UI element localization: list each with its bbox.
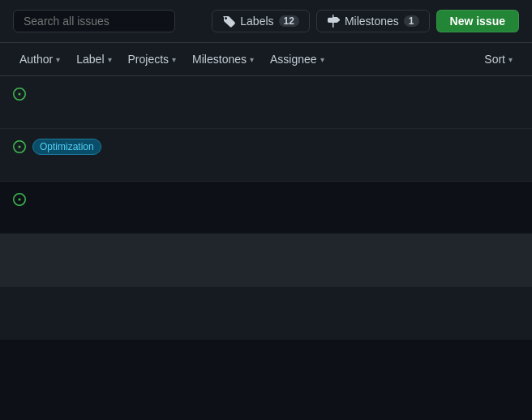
- projects-label: Projects: [128, 53, 169, 66]
- issue-row[interactable]: [0, 182, 532, 234]
- issue-row[interactable]: [0, 287, 532, 340]
- labels-button[interactable]: Labels 12: [212, 10, 310, 32]
- author-dropdown[interactable]: Author ▾: [13, 49, 66, 69]
- label-label: Label: [76, 53, 104, 66]
- issue-row[interactable]: [0, 76, 532, 129]
- assignee-dropdown[interactable]: Assignee ▾: [264, 49, 331, 69]
- search-input[interactable]: [13, 10, 175, 32]
- issue-row[interactable]: [0, 234, 532, 287]
- issue-row[interactable]: Optimization: [0, 129, 532, 182]
- issues-list: Optimization: [0, 76, 532, 340]
- issue-title-row: Optimization: [32, 139, 519, 155]
- sort-dropdown[interactable]: Sort ▾: [478, 49, 519, 69]
- assignee-chevron-icon: ▾: [320, 55, 324, 64]
- label-optimization[interactable]: Optimization: [32, 139, 101, 155]
- milestones-dropdown[interactable]: Milestones ▾: [186, 49, 260, 69]
- top-bar: Labels 12 Milestones 1 New issue: [0, 0, 532, 43]
- issue-open-icon: [13, 88, 26, 103]
- issue-open-icon: [13, 193, 26, 208]
- labels-count: 12: [279, 15, 299, 27]
- milestones-filter-label: Milestones: [192, 53, 247, 66]
- label-icon: [222, 15, 235, 28]
- author-label: Author: [19, 53, 53, 66]
- assignee-label: Assignee: [270, 53, 317, 66]
- issue-open-icon: [13, 140, 26, 156]
- milestone-icon: [327, 15, 340, 28]
- milestones-button[interactable]: Milestones 1: [316, 10, 430, 32]
- sort-label: Sort: [484, 53, 505, 66]
- sort-chevron-icon: ▾: [508, 55, 513, 64]
- label-chevron-icon: ▾: [108, 55, 112, 64]
- label-dropdown[interactable]: Label ▾: [70, 49, 118, 69]
- projects-chevron-icon: ▾: [172, 55, 176, 64]
- labels-label: Labels: [240, 15, 273, 28]
- new-issue-button[interactable]: New issue: [436, 10, 519, 32]
- projects-dropdown[interactable]: Projects ▾: [122, 49, 183, 69]
- milestones-chevron-icon: ▾: [250, 55, 254, 64]
- milestones-count: 1: [404, 15, 419, 27]
- milestones-label: Milestones: [345, 15, 399, 28]
- issue-content: Optimization: [32, 139, 519, 155]
- author-chevron-icon: ▾: [56, 55, 60, 64]
- filter-bar: Author ▾ Label ▾ Projects ▾ Milestones ▾…: [0, 43, 532, 76]
